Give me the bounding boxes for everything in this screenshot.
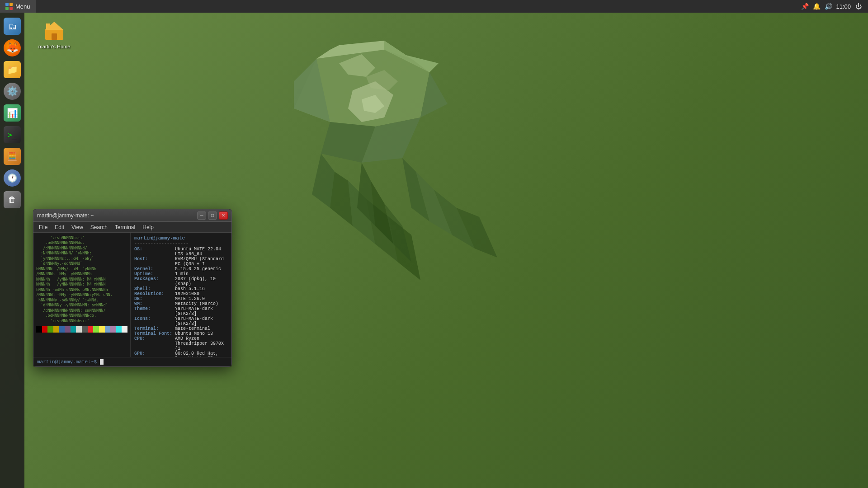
- panel-left: Menu: [0, 0, 36, 13]
- terminal-menubar: File Edit View Search Terminal Help: [33, 222, 231, 233]
- color-swatch: [76, 326, 82, 333]
- info-label: Uptime:: [134, 272, 175, 277]
- info-label: OS:: [134, 247, 175, 257]
- info-line: Uptime: 1 min: [134, 272, 228, 277]
- info-line: Theme: Yaru-MATE-dark [GTK2/3]: [134, 306, 228, 316]
- maximize-button[interactable]: □: [208, 211, 217, 220]
- info-line: Resolution: 868x488: [134, 291, 228, 296]
- sidebar-item-firefox[interactable]: 🦊: [2, 38, 22, 58]
- terminal-window: martin@jammy-mate: ~ ─ □ ✕ File Edit Vie…: [33, 209, 232, 367]
- terminal-menu-edit[interactable]: Edit: [51, 222, 68, 232]
- info-label: CPU:: [134, 336, 175, 351]
- info-value: 868x488: [175, 291, 199, 296]
- info-label: Resolution:: [134, 291, 175, 296]
- info-label: DE:: [134, 296, 175, 301]
- color-swatch: [105, 326, 111, 333]
- sidebar-item-clock[interactable]: 🕐: [2, 168, 22, 188]
- terminal-ascii-art: ':+shNNMNNhs+:' .odNNNNNNNNNNNdo. /dNNNN…: [33, 233, 131, 357]
- sidebar-item-trash[interactable]: 🗑: [2, 190, 22, 210]
- terminal-menu-terminal[interactable]: Terminal: [111, 222, 139, 232]
- color-swatch: [82, 326, 88, 333]
- sidebar-item-calculator[interactable]: 🧮: [2, 146, 22, 166]
- color-swatch: [88, 326, 94, 333]
- svg-marker-2: [420, 72, 448, 117]
- terminal-menu-view[interactable]: View: [68, 222, 87, 232]
- sidebar-item-files[interactable]: 🗂: [2, 16, 22, 36]
- info-line: Host: KVM/QEMU (Standard PC (Q35 + I: [134, 257, 228, 267]
- firefox-icon: 🦊: [4, 39, 21, 56]
- svg-marker-6: [316, 41, 411, 59]
- terminal-menu-file[interactable]: File: [35, 222, 51, 232]
- info-line: CPU: AMD Ryzen Threadripper 3970X (1: [134, 336, 228, 351]
- minimize-button[interactable]: ─: [197, 211, 206, 220]
- info-line: WM: Metacity (Marco): [134, 301, 228, 306]
- sidebar-item-monitor[interactable]: 📊: [2, 103, 22, 123]
- color-swatch: [71, 326, 76, 333]
- info-value: MATE 1.26.0: [175, 296, 205, 301]
- info-line: Shell: bash 5.1.16: [134, 286, 228, 291]
- info-value: mate-terminal: [175, 326, 210, 331]
- svg-marker-15: [434, 190, 475, 249]
- info-value: Ubuntu MATE 22.04 LTS x86_64: [175, 247, 228, 257]
- info-divider: --------------------: [134, 241, 228, 246]
- sidebar-item-terminal[interactable]: >_: [2, 125, 22, 145]
- svg-marker-0: [294, 50, 429, 127]
- color-swatch: [42, 326, 48, 333]
- svg-marker-22: [339, 54, 375, 77]
- trash-icon: 🗑: [4, 191, 21, 208]
- info-line: Icons: Yaru-MATE-dark [GTK2/3]: [134, 316, 228, 326]
- power-icon[interactable]: ⏻: [854, 2, 863, 10]
- svg-marker-21: [362, 95, 384, 113]
- info-line: DE: MATE 1.26.0: [134, 296, 228, 301]
- pin-icon[interactable]: 📌: [801, 2, 809, 10]
- menu-label: Menu: [15, 3, 30, 10]
- terminal-title: martin@jammy-mate: ~: [37, 212, 94, 219]
- sidebar-item-folder[interactable]: 📁: [2, 60, 22, 80]
- terminal-prompt-line[interactable]: martin@jammy-mate:~$: [33, 357, 231, 366]
- notifications-icon[interactable]: 🔔: [812, 2, 821, 10]
- info-username-line: martin@jammy-mate: [134, 235, 228, 241]
- color-swatch: [47, 326, 53, 333]
- svg-marker-10: [348, 181, 375, 244]
- close-button[interactable]: ✕: [219, 211, 228, 220]
- svg-marker-7: [384, 41, 429, 72]
- info-label: Packages:: [134, 277, 175, 286]
- terminal-menu-search[interactable]: Search: [87, 222, 111, 232]
- info-value: KVM/QEMU (Standard PC (Q35 + I: [175, 257, 228, 267]
- home-folder-label: martin's Home: [38, 43, 71, 50]
- info-value: Ubuntu Mono 13: [175, 331, 213, 336]
- info-label: Terminal Font:: [134, 331, 175, 336]
- clock-display[interactable]: 11:00: [836, 3, 851, 10]
- svg-marker-14: [416, 172, 452, 235]
- color-swatch: [122, 326, 127, 333]
- info-lines-container: OS: Ubuntu MATE 22.04 LTS x86_64Host: KV…: [134, 247, 228, 357]
- top-panel: Menu 📌 🔔 🔊 11:00 ⏻: [0, 0, 868, 13]
- svg-marker-13: [402, 158, 429, 221]
- svg-marker-5: [362, 117, 420, 163]
- terminal-prompt-text: martin@jammy-mate:~$: [37, 359, 100, 365]
- info-username: martin@jammy-mate: [134, 235, 185, 241]
- info-line: Terminal: mate-terminal: [134, 326, 228, 331]
- svg-rect-26: [52, 33, 57, 40]
- monitor-icon: 📊: [4, 104, 21, 122]
- info-value: 1 min: [175, 272, 189, 277]
- terminal-menu-help[interactable]: Help: [139, 222, 157, 232]
- sidebar: 🗂 🦊 📁 ⚙️ 📊 >_ 🧮 🕐 🗑: [0, 13, 24, 488]
- info-line: Packages: 2037 (dpkg), 10 (snap): [134, 277, 228, 286]
- svg-marker-12: [389, 217, 420, 280]
- menu-button[interactable]: Menu: [0, 0, 36, 13]
- desktop-icon-home[interactable]: martin's Home: [34, 18, 75, 52]
- home-folder-image: [43, 20, 65, 42]
- terminal-color-bar: [36, 326, 127, 333]
- terminal-body: ':+shNNMNNhs+:' .odNNNNNNNNNNNdo. /dNNNN…: [33, 233, 231, 357]
- info-label: Shell:: [134, 286, 175, 291]
- volume-icon[interactable]: 🔊: [824, 2, 832, 10]
- color-swatch: [93, 326, 99, 333]
- sidebar-item-settings[interactable]: ⚙️: [2, 81, 22, 101]
- info-line: Kernel: 5.15.0-25-generic: [134, 267, 228, 272]
- info-line: OS: Ubuntu MATE 22.04 LTS x86_64: [134, 247, 228, 257]
- settings-icon: ⚙️: [4, 83, 21, 100]
- color-swatch: [59, 326, 65, 333]
- svg-marker-8: [312, 154, 335, 208]
- info-label: Terminal:: [134, 326, 175, 331]
